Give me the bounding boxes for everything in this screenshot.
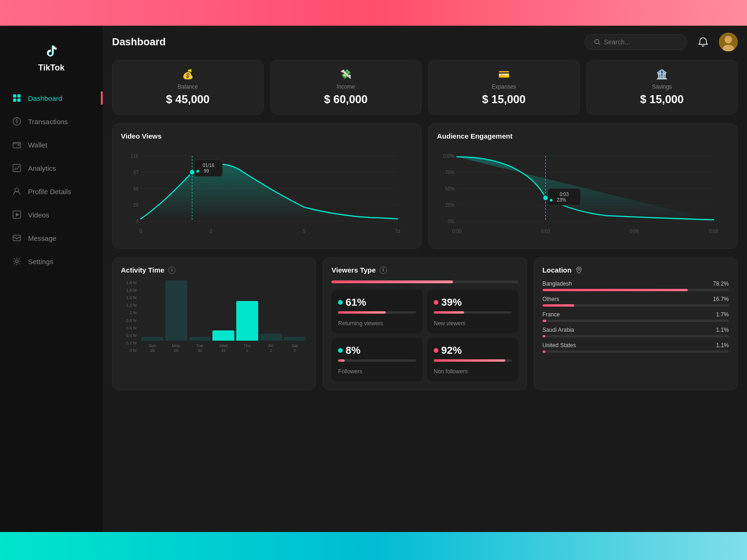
sidebar-item-dashboard[interactable]: Dashboard [5, 87, 98, 109]
sidebar-item-settings[interactable]: Settings [5, 250, 98, 273]
wallet-icon [12, 140, 21, 149]
viewers-top-bar [331, 280, 518, 283]
nonfollowers-dot [434, 348, 438, 353]
sidebar-item-videos[interactable]: Videos [5, 203, 98, 226]
viewers-type-card: Viewers Type i 61% [323, 257, 527, 390]
play-icon [12, 210, 21, 219]
svg-text:7d: 7d [395, 229, 400, 234]
sidebar-item-transactions[interactable]: $ Transactions [5, 110, 98, 133]
bar-group-sat: Sat3 [284, 280, 306, 353]
viewer-card-returning: 61% Returning viewers [331, 290, 423, 333]
stat-cards: 💰 Balance $ 45,000 💸 Income $ 60,000 💳 E… [112, 60, 738, 115]
location-item-us: United States 1.1% [543, 342, 729, 353]
video-views-svg: 116 87 58 29 0 0 2 5 7d [121, 147, 413, 240]
svg-text:0:03: 0:03 [560, 192, 569, 197]
returning-bar-bg [338, 311, 416, 314]
sidebar-item-transactions-label: Transactions [28, 118, 68, 126]
location-item-saudi: Saudi Arabia 1.1% [543, 327, 729, 337]
nonfollowers-bar-fill [434, 359, 505, 362]
svg-text:01/16: 01/16 [203, 163, 214, 168]
stat-card-expanses: 💳 Expanses $ 15,000 [428, 60, 580, 115]
income-icon: 💸 [340, 69, 352, 80]
nonfollowers-bar-bg [434, 359, 512, 362]
others-bar [543, 304, 574, 307]
viewers-info-icon[interactable]: i [380, 266, 387, 274]
svg-text:0%: 0% [448, 219, 455, 224]
svg-text:100%: 100% [443, 154, 455, 159]
svg-text:2: 2 [210, 229, 212, 234]
svg-point-37 [197, 170, 199, 173]
income-value: $ 60,000 [324, 93, 367, 106]
sidebar-item-wallet[interactable]: Wallet [5, 133, 98, 156]
expanses-value: $ 15,000 [482, 93, 526, 106]
app-name: TikTok [38, 63, 64, 73]
sidebar-item-dashboard-label: Dashboard [28, 94, 62, 102]
video-views-chart-area: 116 87 58 29 0 0 2 5 7d [121, 147, 413, 240]
location-item-france: France 1.7% [543, 311, 729, 322]
viewers-top-bar-fill [331, 280, 453, 283]
balance-value: $ 45,000 [166, 93, 210, 106]
balance-icon: 💰 [182, 69, 194, 80]
svg-text:0:06: 0:06 [630, 229, 639, 234]
svg-text:0:03: 0:03 [541, 229, 550, 234]
top-decorative-bar [0, 0, 747, 26]
svg-text:25%: 25% [445, 203, 454, 208]
svg-point-57 [550, 199, 553, 202]
sidebar-item-wallet-label: Wallet [28, 141, 47, 149]
followers-bar-bg [338, 359, 416, 362]
header-right [585, 33, 738, 51]
sidebar-nav: Dashboard $ Transactions [0, 87, 103, 523]
followers-percent: 8% [345, 344, 360, 357]
page-title: Dashboard [112, 36, 166, 48]
returning-percent: 61% [345, 296, 366, 308]
svg-text:0: 0 [140, 229, 142, 234]
svg-rect-13 [13, 235, 21, 241]
location-item-others: Others 16.7% [543, 296, 729, 307]
svg-point-14 [15, 260, 18, 263]
nonfollowers-label: Non followers [434, 368, 512, 375]
audience-engagement-chart-card: Audience Engagement 100% 75% 50% 25% [428, 123, 738, 249]
svg-text:99: 99 [204, 168, 210, 174]
sidebar-item-settings-label: Settings [28, 258, 53, 266]
sidebar-item-message-label: Message [28, 234, 56, 242]
search-input[interactable] [604, 38, 677, 46]
activity-info-icon[interactable]: i [168, 266, 176, 274]
bottom-row: Activity Time i 1.8 hr 1.6 hr 1.4 hr 1.2… [112, 257, 738, 390]
france-bar [543, 320, 546, 322]
sidebar-item-profile[interactable]: Profile Details [5, 180, 98, 203]
y-axis-labels: 1.8 hr 1.6 hr 1.4 hr 1.2 hr 1 hr 0.8 hr … [121, 280, 139, 353]
svg-rect-55 [548, 189, 581, 205]
grid-icon [12, 93, 21, 103]
sidebar-item-message[interactable]: Message [5, 227, 98, 249]
analytics-icon [12, 163, 21, 173]
bar-group-wed: Wed31 [212, 280, 234, 353]
location-card: Location Bangladesh 78.2% [534, 257, 738, 390]
sidebar-item-analytics-label: Analytics [28, 164, 56, 172]
sidebar-item-analytics[interactable]: Analytics [5, 157, 98, 179]
header: Dashboard [112, 33, 738, 51]
main-content: Dashboard [103, 26, 747, 532]
bar-group-fri: Fri2 [260, 280, 282, 353]
svg-rect-4 [17, 98, 21, 102]
svg-rect-9 [13, 164, 21, 172]
bar-thu [236, 301, 258, 341]
viewers-type-title: Viewers Type i [331, 266, 518, 274]
balance-label: Balance [178, 84, 198, 90]
search-bar[interactable] [585, 34, 687, 50]
location-pin-icon [575, 266, 583, 274]
audience-engagement-svg: 100% 75% 50% 25% 0% 0:00 0:03 0:06 0:08 [437, 147, 729, 240]
svg-text:58: 58 [133, 186, 139, 191]
app-container: TikTok Dashboard $ [0, 26, 747, 532]
avatar[interactable] [719, 33, 738, 51]
svg-marker-12 [16, 213, 19, 217]
viewer-card-nonfollowers: 92% Non followers [427, 338, 518, 381]
notification-bell-icon[interactable] [695, 34, 712, 50]
user-icon [12, 187, 21, 196]
video-views-chart-card: Video Views 116 87 58 29 0 [112, 123, 422, 249]
activity-bar-chart: 1.8 hr 1.6 hr 1.4 hr 1.2 hr 1 hr 0.8 hr … [121, 280, 307, 364]
sidebar-logo: TikTok [0, 35, 103, 87]
svg-text:116: 116 [131, 154, 139, 159]
savings-icon: 🏦 [656, 69, 668, 80]
svg-text:50%: 50% [445, 186, 454, 191]
bar-group-tue: Tue30 [189, 280, 211, 353]
